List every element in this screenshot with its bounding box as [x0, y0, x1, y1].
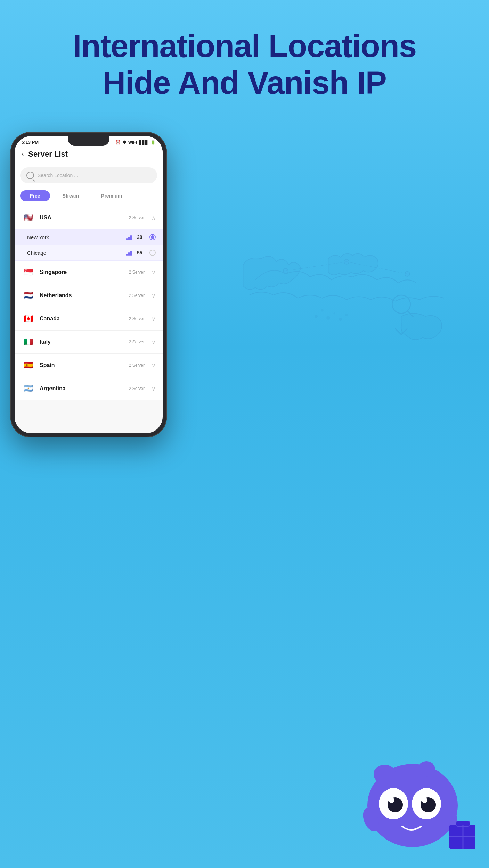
- svg-point-12: [339, 318, 342, 321]
- svg-point-22: [422, 798, 427, 803]
- search-container: Search Location ...: [15, 163, 163, 187]
- search-bar[interactable]: Search Location ...: [20, 167, 157, 183]
- flag-netherlands: 🇳🇱: [22, 289, 35, 302]
- server-count-spain: 2 Server: [129, 363, 145, 368]
- country-name-italy: Italy: [40, 339, 124, 345]
- country-row-canada[interactable]: 🇨🇦 Canada 2 Server ∨: [15, 307, 163, 331]
- country-name-netherlands: Netherlands: [40, 292, 124, 299]
- city-row-new-york[interactable]: New York 20: [15, 229, 163, 245]
- country-row-singapore[interactable]: 🇸🇬 Singapore 2 Server ∨: [15, 261, 163, 284]
- radio-chicago[interactable]: [149, 250, 156, 256]
- server-count-canada: 2 Server: [129, 316, 145, 321]
- flag-singapore: 🇸🇬: [22, 266, 35, 279]
- chevron-argentina: ∨: [152, 385, 156, 392]
- app-title: Server List: [28, 150, 68, 159]
- bluetooth-icon: ✱: [123, 140, 126, 145]
- country-row-netherlands[interactable]: 🇳🇱 Netherlands 2 Server ∨: [15, 284, 163, 307]
- wifi-icon: WiFi: [128, 140, 137, 145]
- svg-point-11: [333, 312, 335, 314]
- battery-icon: 🔋: [150, 140, 156, 145]
- chevron-usa: ∧: [152, 215, 156, 221]
- city-name-chicago: Chicago: [27, 250, 123, 256]
- search-placeholder: Search Location ...: [38, 173, 78, 178]
- country-name-spain: Spain: [40, 362, 124, 368]
- search-icon: [26, 172, 34, 179]
- chevron-canada: ∨: [152, 316, 156, 322]
- server-count-argentina: 2 Server: [129, 386, 145, 391]
- svg-point-13: [345, 314, 348, 316]
- tab-premium[interactable]: Premium: [91, 190, 132, 201]
- ping-chicago: 55: [137, 250, 146, 256]
- svg-point-8: [315, 315, 318, 318]
- chevron-spain: ∨: [152, 362, 156, 369]
- server-count-usa: 2 Server: [129, 215, 145, 220]
- alarm-icon: ⏰: [115, 140, 121, 145]
- chevron-netherlands: ∨: [152, 292, 156, 299]
- status-time: 5:13 PM: [22, 140, 39, 145]
- server-list: 🇺🇸 USA 2 Server ∧ New York 20: [15, 206, 163, 400]
- country-row-italy[interactable]: 🇮🇹 Italy 2 Server ∨: [15, 331, 163, 354]
- signal-icon: ▋▋▋: [139, 140, 148, 145]
- phone-wrapper: 5:13 PM ⏰ ✱ WiFi ▋▋▋ 🔋 ‹ Server List Sea…: [10, 132, 181, 792]
- main-title: International Locations Hide And Vanish …: [0, 28, 489, 101]
- tab-stream[interactable]: Stream: [53, 190, 89, 201]
- city-name-new-york: New York: [27, 234, 123, 240]
- country-name-canada: Canada: [40, 316, 124, 322]
- flag-italy: 🇮🇹: [22, 335, 35, 349]
- phone-screen: 5:13 PM ⏰ ✱ WiFi ▋▋▋ 🔋 ‹ Server List Sea…: [15, 136, 163, 433]
- ping-new-york: 20: [137, 234, 146, 240]
- svg-point-16: [418, 761, 435, 777]
- svg-point-3: [344, 259, 349, 264]
- flag-canada: 🇨🇦: [22, 312, 35, 325]
- server-count-netherlands: 2 Server: [129, 293, 145, 298]
- header-section: International Locations Hide And Vanish …: [0, 0, 489, 115]
- country-name-usa: USA: [40, 215, 124, 221]
- phone-device: 5:13 PM ⏰ ✱ WiFi ▋▋▋ 🔋 ‹ Server List Sea…: [10, 132, 167, 437]
- country-row-usa[interactable]: 🇺🇸 USA 2 Server ∧: [15, 206, 163, 229]
- svg-point-21: [389, 798, 394, 803]
- back-button[interactable]: ‹: [22, 150, 24, 159]
- radio-new-york[interactable]: [149, 234, 156, 240]
- server-count-italy: 2 Server: [129, 340, 145, 344]
- usa-sub-rows: New York 20 Chicago: [15, 229, 163, 261]
- chevron-singapore: ∨: [152, 269, 156, 276]
- tab-free[interactable]: Free: [20, 190, 50, 201]
- flag-usa: 🇺🇸: [22, 211, 35, 224]
- flag-argentina: 🇦🇷: [22, 382, 35, 395]
- svg-point-2: [283, 268, 288, 273]
- country-row-argentina[interactable]: 🇦🇷 Argentina 2 Server ∨: [15, 377, 163, 400]
- svg-point-10: [326, 316, 330, 320]
- app-header: ‹ Server List: [15, 147, 163, 163]
- signal-new-york: [126, 234, 132, 240]
- country-name-argentina: Argentina: [40, 385, 124, 392]
- country-row-spain[interactable]: 🇪🇸 Spain 2 Server ∨: [15, 354, 163, 377]
- filter-tabs: Free Stream Premium: [15, 187, 163, 206]
- svg-point-9: [321, 309, 324, 311]
- svg-point-4: [405, 272, 410, 276]
- flag-spain: 🇪🇸: [22, 359, 35, 372]
- signal-chicago: [126, 250, 132, 256]
- server-count-singapore: 2 Server: [129, 270, 145, 275]
- city-row-chicago[interactable]: Chicago 55: [15, 245, 163, 261]
- phone-notch: [68, 136, 109, 146]
- country-name-singapore: Singapore: [40, 269, 124, 275]
- world-map-decoration: [225, 174, 468, 417]
- mascot-character: [357, 743, 475, 861]
- status-icons: ⏰ ✱ WiFi ▋▋▋ 🔋: [115, 140, 156, 145]
- svg-point-15: [374, 765, 396, 784]
- chevron-italy: ∨: [152, 339, 156, 345]
